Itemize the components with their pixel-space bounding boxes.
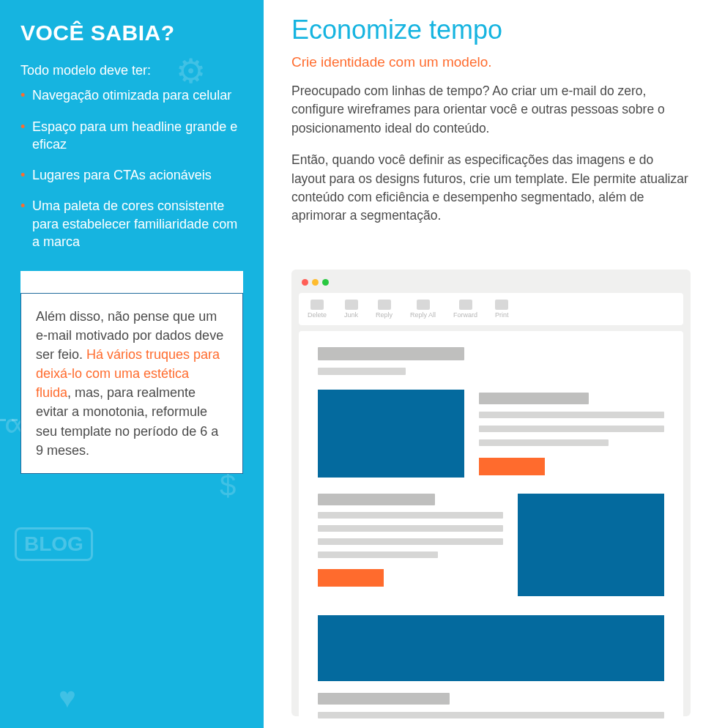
toolbar-junk: Junk xyxy=(344,300,358,319)
sidebar-list-item: Uma paleta de cores consistente para est… xyxy=(21,197,243,250)
maximize-icon xyxy=(322,279,329,286)
placeholder-heading xyxy=(318,494,435,505)
placeholder-line xyxy=(479,412,664,418)
sidebar-title: VOCÊ SABIA? xyxy=(21,21,243,45)
toolbar-label: Reply All xyxy=(410,311,436,319)
placeholder-line xyxy=(318,538,503,545)
window-titlebar xyxy=(299,277,683,287)
image-placeholder xyxy=(518,494,664,596)
placeholder-heading xyxy=(318,693,450,705)
cta-placeholder xyxy=(318,569,384,587)
placeholder-heading xyxy=(479,393,589,404)
print-icon xyxy=(495,300,508,310)
placeholder-title xyxy=(318,347,464,360)
placeholder-line xyxy=(318,551,438,558)
email-body xyxy=(299,331,683,719)
junk-icon xyxy=(345,300,358,310)
main-paragraph-2: Então, quando você definir as especifica… xyxy=(291,151,691,226)
placeholder-line xyxy=(318,712,664,718)
email-header-block xyxy=(318,347,664,375)
blog-badge-icon: BLOG xyxy=(15,527,93,561)
callout-box: Além disso, não pense que um e-mail moti… xyxy=(21,271,243,474)
toolbar-delete: Delete xyxy=(308,300,327,319)
placeholder-line xyxy=(479,426,664,432)
toolbar-label: Reply xyxy=(376,311,393,319)
toolbar-label: Delete xyxy=(308,311,327,319)
reply-icon xyxy=(378,300,391,310)
toolbar-reply-all: Reply All xyxy=(410,300,436,319)
image-placeholder xyxy=(318,390,464,478)
trash-icon xyxy=(310,300,324,310)
toolbar-label: Forward xyxy=(453,311,477,319)
email-wireframe: Delete Junk Reply Reply All Forward Prin… xyxy=(291,270,691,716)
cta-placeholder xyxy=(479,458,545,475)
email-section-3 xyxy=(318,615,664,719)
email-section-1 xyxy=(318,390,664,478)
placeholder-subtitle xyxy=(318,368,406,375)
main-subheading: Crie identidade com um modelo. xyxy=(291,54,691,70)
email-section-2 xyxy=(318,494,664,596)
sidebar-list-item: Lugares para CTAs acionáveis xyxy=(21,166,243,184)
toolbar-print: Print xyxy=(495,300,509,319)
reply-all-icon xyxy=(417,300,430,310)
email-toolbar: Delete Junk Reply Reply All Forward Prin… xyxy=(299,293,683,325)
sidebar-list-item: Navegação otimizada para celular xyxy=(21,86,243,104)
main-heading: Economize tempo xyxy=(291,15,691,45)
toolbar-label: Junk xyxy=(344,311,358,319)
placeholder-line xyxy=(479,439,609,446)
minimize-icon xyxy=(312,279,319,286)
sidebar-intro: Todo modelo deve ter: xyxy=(21,62,243,79)
toolbar-forward: Forward xyxy=(453,300,477,319)
sidebar-list-item: Espaço para um headline grande e eficaz xyxy=(21,118,243,154)
sidebar-list: Navegação otimizada para celular Espaço … xyxy=(21,86,243,250)
main-content: Economize tempo Crie identidade com um m… xyxy=(291,15,691,239)
placeholder-line xyxy=(318,512,503,519)
main-paragraph-1: Preocupado com linhas de tempo? Ao criar… xyxy=(291,82,691,138)
toolbar-label: Print xyxy=(495,311,509,319)
close-icon xyxy=(302,279,308,286)
placeholder-line xyxy=(318,525,503,532)
banner-placeholder xyxy=(318,615,664,681)
dollar-icon: $ xyxy=(220,469,236,502)
forward-icon xyxy=(459,300,472,310)
toolbar-reply: Reply xyxy=(376,300,393,319)
heart-icon: ♥ xyxy=(59,681,76,714)
gear-icon: ⚙ xyxy=(176,51,206,91)
